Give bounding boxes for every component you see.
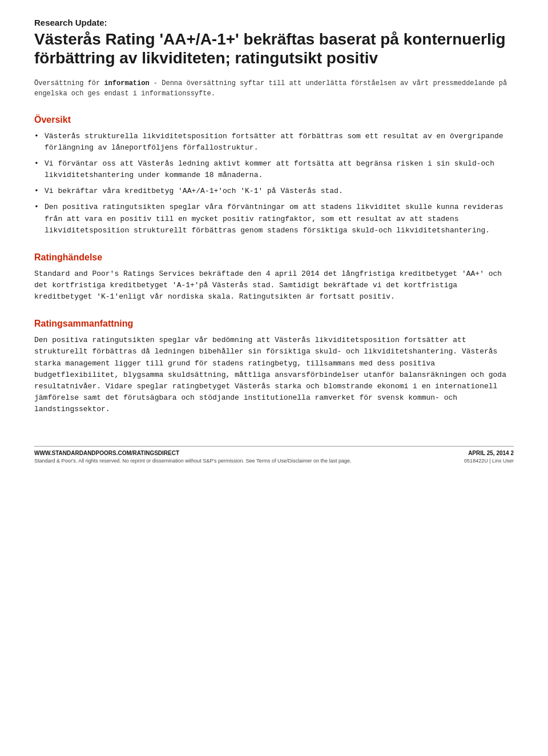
translation-notice: Översättning för information - Denna öve… — [34, 78, 514, 99]
bullet-item-4: Den positiva ratingutsikten speglar våra… — [34, 202, 514, 236]
translation-prefix: Översättning för — [34, 79, 104, 87]
oversikt-heading: Översikt — [34, 115, 514, 125]
title-section: Research Update: Västerås Rating 'AA+/A-… — [34, 17, 514, 68]
translation-bold: information — [104, 79, 149, 87]
footer-copyright: Standard & Poor's. All rights reserved. … — [34, 458, 352, 464]
bullet-item-1: Västerås strukturella likviditetspositio… — [34, 131, 514, 154]
bullet-item-3-text: Vi bekräftar våra kreditbetyg 'AA+/A-1+'… — [45, 187, 343, 195]
footer: WWW.STANDARDANDPOORS.COM/RATINGSDIRECT A… — [34, 446, 514, 456]
bullet-item-2-text: Vi förväntar oss att Västerås ledning ak… — [45, 159, 494, 179]
bullet-item-1-text: Västerås strukturella likviditetspositio… — [45, 132, 503, 152]
ratinghandelse-text: Standard and Poor's Ratings Services bek… — [34, 268, 514, 303]
bullet-item-2: Vi förväntar oss att Västerås ledning ak… — [34, 158, 514, 181]
oversikt-list: Västerås strukturella likviditetspositio… — [34, 131, 514, 236]
title-line2: Västerås Rating 'AA+/A-1+' bekräftas bas… — [34, 30, 514, 68]
title-line1: Research Update: — [34, 17, 514, 29]
footer-code: 0518422U | Linx User — [464, 458, 514, 464]
ratingsammanfattning-text: Den positiva ratingutsikten speglar vår … — [34, 335, 514, 415]
page-container: Research Update: Västerås Rating 'AA+/A-… — [0, 0, 548, 467]
bullet-item-3: Vi bekräftar våra kreditbetyg 'AA+/A-1+'… — [34, 186, 514, 197]
ratingsammanfattning-heading: Ratingsammanfattning — [34, 319, 514, 329]
footer-website: WWW.STANDARDANDPOORS.COM/RATINGSDIRECT — [34, 450, 179, 456]
footer-bottom: Standard & Poor's. All rights reserved. … — [34, 458, 514, 464]
footer-date-page: APRIL 25, 2014 2 — [468, 450, 514, 456]
ratinghandelse-heading: Ratinghändelse — [34, 252, 514, 263]
bullet-item-4-text: Den positiva ratingutsikten speglar våra… — [45, 203, 503, 234]
